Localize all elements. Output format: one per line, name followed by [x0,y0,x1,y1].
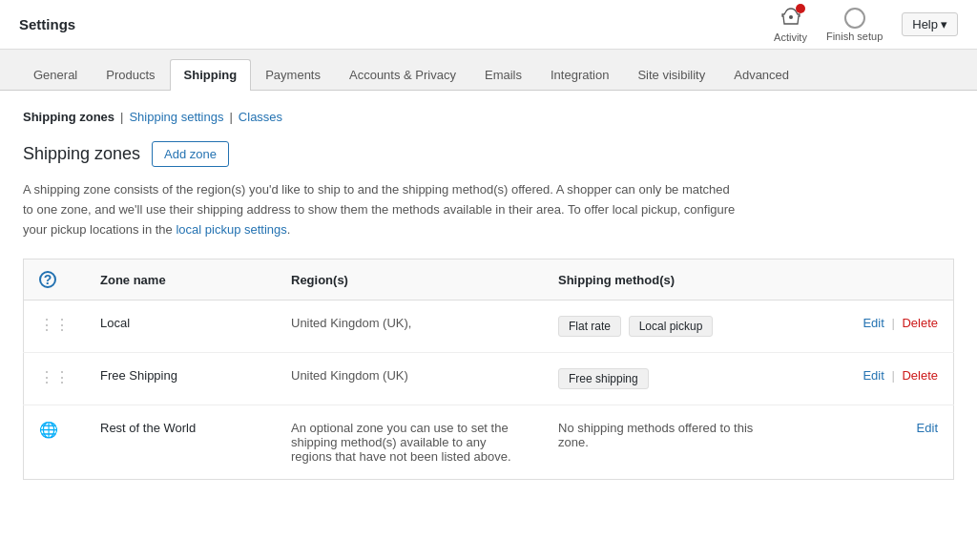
zone-name-free-shipping: Free Shipping [100,368,177,383]
method-badge-free-shipping: Free shipping [558,368,649,389]
row-zone-name-free-shipping: Free Shipping [85,353,276,405]
tab-general[interactable]: General [19,59,92,90]
edit-free-shipping-button[interactable]: Edit [863,368,883,383]
row-methods-local: Flat rate Local pickup [543,301,791,353]
page-title: Shipping zones [23,144,140,164]
tab-advanced[interactable]: Advanced [719,59,803,90]
tab-accounts-privacy[interactable]: Accounts & Privacy [335,59,470,90]
tab-shipping[interactable]: Shipping [170,59,252,91]
delete-local-button[interactable]: Delete [902,316,938,330]
page-heading: Shipping zones Add zone [23,141,954,167]
activity-icon-wrap [780,7,801,30]
tab-payments[interactable]: Payments [251,59,335,90]
action-sep-local: | [891,316,894,330]
finish-setup-button[interactable]: Finish setup [826,8,883,42]
description: A shipping zone consists of the region(s… [23,180,738,239]
table-row: ⋮⋮ Local United Kingdom (UK), Flat rate … [24,301,954,353]
col-header-drag: ? [24,259,86,301]
method-badge-flat-rate: Flat rate [558,316,621,337]
row-zone-name-local: Local [85,301,276,353]
sub-nav-sep-1: | [120,110,123,124]
help-button[interactable]: Help ▾ [902,12,958,36]
table-row: ⋮⋮ Free Shipping United Kingdom (UK) Fre… [24,353,954,405]
shipping-zones-table: ? Zone name Region(s) Shipping method(s)… [23,259,954,480]
zone-name-local: Local [100,316,130,330]
local-pickup-settings-link[interactable]: local pickup settings [176,222,286,237]
row-region-local: United Kingdom (UK), [276,301,543,353]
row-globe-rest-of-world: 🌐 [24,405,86,480]
activity-button[interactable]: Activity [774,7,807,43]
sub-nav-shipping-zones[interactable]: Shipping zones [23,110,114,124]
description-text-1: A shipping zone consists of the region(s… [23,182,735,237]
app-title: Settings [19,16,75,32]
row-drag-free-shipping[interactable]: ⋮⋮ [24,353,86,405]
col-header-actions [791,259,954,301]
svg-point-0 [789,15,793,19]
row-drag-local[interactable]: ⋮⋮ [24,301,86,353]
row-actions-local: Edit | Delete [791,301,954,353]
sub-nav-classes[interactable]: Classes [239,110,282,124]
table-row: 🌐 Rest of the World An optional zone you… [24,405,954,480]
tab-products[interactable]: Products [92,59,169,90]
table-header-row: ? Zone name Region(s) Shipping method(s) [24,259,954,301]
zone-region-rest-of-world: An optional zone you can use to set the … [291,421,511,464]
row-region-rest-of-world: An optional zone you can use to set the … [276,405,543,480]
row-methods-free-shipping: Free shipping [543,353,791,405]
top-bar: Settings Activity Finish setup Help ▾ [0,0,977,50]
help-label: Help [912,17,938,31]
top-bar-actions: Activity Finish setup Help ▾ [774,7,958,43]
sub-nav-sep-2: | [229,110,232,124]
delete-free-shipping-button[interactable]: Delete [902,368,938,383]
row-zone-name-rest-of-world: Rest of the World [85,405,276,480]
edit-rest-of-world-button[interactable]: Edit [917,421,938,435]
col-header-region: Region(s) [276,259,543,301]
sub-nav: Shipping zones | Shipping settings | Cla… [23,110,954,124]
activity-label: Activity [774,31,807,43]
row-region-free-shipping: United Kingdom (UK) [276,353,543,405]
row-methods-rest-of-world: No shipping methods offered to this zone… [543,405,791,480]
sub-nav-shipping-settings[interactable]: Shipping settings [129,110,223,124]
help-chevron-icon: ▾ [941,17,947,31]
drag-handle-icon: ⋮⋮ [39,369,70,385]
no-methods-text: No shipping methods offered to this zone… [558,421,753,449]
finish-setup-label: Finish setup [826,31,883,42]
drag-handle-icon: ⋮⋮ [39,317,70,333]
row-actions-rest-of-world: Edit [791,405,954,480]
description-text-2: . [287,222,291,237]
globe-icon: 🌐 [39,422,58,438]
zone-name-rest-of-world: Rest of the World [100,421,196,435]
zone-region-free-shipping: United Kingdom (UK) [291,368,408,383]
method-badge-local-pickup: Local pickup [629,316,714,337]
edit-local-button[interactable]: Edit [863,316,883,330]
tab-emails[interactable]: Emails [470,59,536,90]
col-header-method: Shipping method(s) [543,259,791,301]
action-sep-free-shipping: | [891,368,894,383]
nav-tabs: General Products Shipping Payments Accou… [0,50,977,91]
activity-badge [796,4,805,13]
col-header-zone-name: Zone name [85,259,276,301]
tab-site-visibility[interactable]: Site visibility [623,59,719,90]
content-area: Shipping zones | Shipping settings | Cla… [0,91,977,560]
finish-setup-circle [844,8,865,29]
row-actions-free-shipping: Edit | Delete [791,353,954,405]
zone-region-local: United Kingdom (UK), [291,316,411,330]
tab-integration[interactable]: Integration [536,59,623,90]
add-zone-button[interactable]: Add zone [152,141,229,167]
